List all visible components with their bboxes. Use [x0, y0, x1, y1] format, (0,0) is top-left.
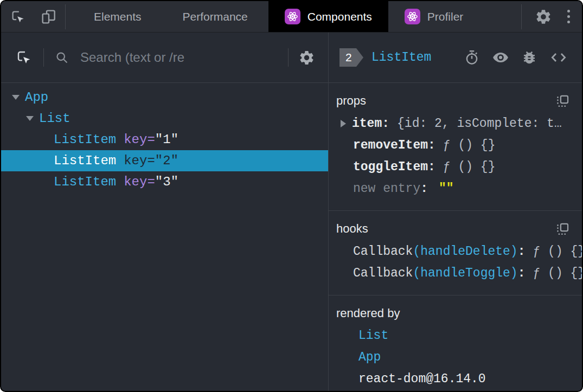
copy-to-clipboard-icon[interactable] — [555, 222, 570, 236]
hooks-section: hooks Callback(handleDelete):ƒ () {} — [329, 211, 582, 295]
search-icon — [55, 50, 69, 65]
prop-value: ƒ () {} — [443, 160, 496, 174]
tab-performance[interactable]: Performance — [162, 1, 268, 32]
tab-elements-label: Elements — [94, 10, 142, 23]
key-attribute: key= — [124, 132, 155, 147]
tab-profiler[interactable]: Profiler — [388, 1, 480, 32]
new-entry-label[interactable]: new entry — [353, 182, 420, 196]
hooks-section-header: hooks — [336, 221, 570, 241]
colon: : — [518, 245, 526, 259]
suspend-timer-icon[interactable] — [464, 49, 480, 66]
toolbar-separator — [288, 48, 289, 67]
hooks-title: hooks — [336, 222, 368, 236]
settings-gear-icon[interactable] — [535, 8, 552, 25]
inspector-actions — [464, 48, 568, 67]
key-value: "1" — [155, 132, 178, 147]
topbar-tabs: Elements Performance Components — [73, 1, 479, 32]
component-name: App — [25, 90, 48, 105]
tab-performance-label: Performance — [183, 10, 248, 23]
hook-row-handletoggle[interactable]: Callback(handleToggle):ƒ () {} — [336, 262, 570, 284]
props-section: props item:{id: 2, isComplete: t… — [329, 83, 582, 211]
prop-value: ƒ () {} — [443, 138, 496, 152]
hook-value: ƒ () {} — [533, 245, 583, 259]
prop-row-new-entry[interactable]: new entry:"" — [336, 178, 570, 200]
prop-name: toggleItem — [353, 160, 428, 174]
topbar-separator — [65, 4, 66, 29]
debug-bug-icon[interactable] — [521, 49, 537, 66]
hook-type: Callback — [353, 245, 413, 259]
component-picker-icon[interactable] — [15, 49, 33, 66]
rendered-by-react-dom: react-dom@16.14.0 — [336, 368, 570, 390]
topbar-left-icons — [1, 1, 57, 32]
react-logo-icon — [285, 9, 300, 24]
devtools-content: App List ListItemkey="1" ListItemkey="2"… — [1, 33, 582, 391]
key-attribute: key= — [124, 153, 155, 168]
tree-toolbar — [1, 33, 328, 83]
prop-name: removeItem — [353, 138, 428, 152]
owner-link[interactable]: App — [358, 350, 381, 364]
key-value: "3" — [155, 175, 178, 189]
selected-component-name: ListItem — [371, 50, 464, 65]
components-tree-panel: App List ListItemkey="1" ListItemkey="2"… — [1, 33, 329, 391]
topbar-separator — [521, 4, 522, 29]
key-attribute: key= — [124, 175, 155, 189]
tree-row-listitem-3[interactable]: ListItemkey="3" — [1, 171, 328, 192]
tab-profiler-label: Profiler — [427, 10, 464, 23]
copy-to-clipboard-icon[interactable] — [555, 94, 570, 108]
rendered-by-list-link[interactable]: List — [336, 325, 570, 346]
inspector-header: 2 ListItem — [329, 33, 582, 83]
component-inspector-panel: 2 ListItem — [329, 33, 582, 391]
expand-arrow-icon[interactable] — [12, 95, 20, 100]
prop-row-item[interactable]: item:{id: 2, isComplete: t… — [336, 113, 570, 134]
tab-elements[interactable]: Elements — [73, 1, 162, 32]
search-input[interactable] — [79, 49, 278, 66]
component-name: ListItem — [54, 132, 116, 147]
owner-link[interactable]: List — [358, 329, 388, 343]
rendered-by-app-link[interactable]: App — [336, 346, 570, 368]
component-name: ListItem — [54, 175, 116, 189]
tab-components[interactable]: Components — [268, 1, 388, 32]
tree-settings-gear-icon[interactable] — [298, 49, 315, 66]
rendered-by-section: rendered by List App react-dom@16.14.0 — [329, 295, 582, 392]
view-source-code-icon[interactable] — [549, 48, 568, 67]
new-entry-value[interactable]: "" — [439, 182, 454, 196]
rendered-by-header: rendered by — [336, 305, 570, 325]
tree-row-listitem-2-selected[interactable]: ListItemkey="2" — [1, 150, 328, 171]
colon: : — [428, 138, 435, 152]
react-logo-icon — [405, 9, 420, 24]
prop-value: {id: 2, isComplete: t… — [397, 117, 562, 131]
component-name: ListItem — [54, 153, 116, 168]
inspect-dom-eye-icon[interactable] — [492, 49, 509, 66]
tab-components-label: Components — [307, 10, 372, 23]
toolbar-separator — [43, 48, 44, 67]
hook-fn-name: (handleToggle) — [413, 266, 517, 280]
props-section-header: props — [336, 93, 570, 113]
component-tree: App List ListItemkey="1" ListItemkey="2"… — [1, 83, 328, 192]
topbar-right-icons — [514, 1, 582, 32]
tree-row-app[interactable]: App — [1, 87, 328, 108]
rendered-by-title: rendered by — [336, 306, 400, 320]
owner-stack-badge[interactable]: 2 — [339, 48, 363, 67]
hook-row-handledelete[interactable]: Callback(handleDelete):ƒ () {} — [336, 241, 570, 262]
element-picker-icon[interactable] — [10, 9, 26, 25]
hook-fn-name: (handleDelete) — [413, 245, 517, 259]
device-toggle-icon[interactable] — [40, 8, 57, 25]
component-name: List — [39, 111, 71, 126]
tree-row-listitem-1[interactable]: ListItemkey="1" — [1, 129, 328, 150]
key-value: "2" — [155, 153, 178, 168]
overflow-menu-icon[interactable] — [567, 10, 570, 23]
devtools-topbar: Elements Performance Components — [1, 1, 582, 33]
hook-type: Callback — [353, 266, 413, 280]
props-title: props — [336, 94, 366, 108]
devtools-window: Elements Performance Components — [0, 0, 583, 392]
colon: : — [428, 160, 435, 174]
prop-row-removeitem[interactable]: removeItem:ƒ () {} — [336, 134, 570, 156]
colon: : — [420, 182, 428, 196]
expand-arrow-icon[interactable] — [341, 120, 346, 127]
expand-arrow-icon[interactable] — [26, 116, 34, 121]
colon: : — [382, 117, 389, 131]
prop-row-toggleitem[interactable]: toggleItem:ƒ () {} — [336, 156, 570, 178]
renderer-version: react-dom@16.14.0 — [358, 372, 486, 386]
hook-value: ƒ () {} — [533, 266, 583, 280]
tree-row-list[interactable]: List — [1, 108, 328, 129]
